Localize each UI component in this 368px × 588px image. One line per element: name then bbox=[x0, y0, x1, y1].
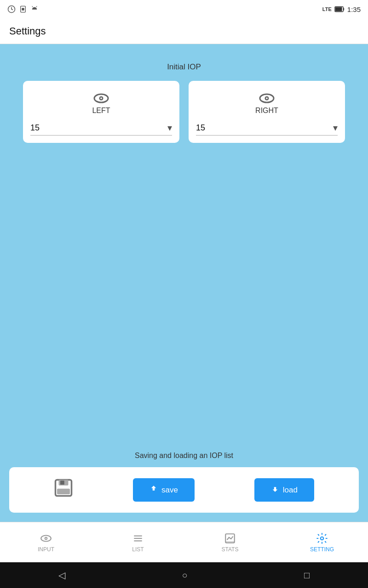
svg-rect-9 bbox=[335, 7, 342, 11]
input-nav-label: INPUT bbox=[38, 546, 54, 553]
app-bar: Settings bbox=[0, 18, 368, 44]
stats-nav-icon bbox=[224, 532, 236, 544]
svg-rect-18 bbox=[60, 481, 64, 485]
nav-item-stats[interactable]: STATS bbox=[184, 528, 276, 557]
list-nav-icon bbox=[132, 532, 144, 544]
setting-nav-label: SETTING bbox=[310, 546, 334, 553]
svg-rect-2 bbox=[22, 8, 24, 10]
svg-point-12 bbox=[100, 97, 102, 99]
status-bar: LTE 1:35 bbox=[0, 0, 368, 18]
svg-rect-19 bbox=[57, 489, 70, 494]
signal-icon: LTE bbox=[322, 6, 332, 12]
save-load-card: save load bbox=[9, 467, 359, 513]
svg-line-5 bbox=[32, 6, 33, 7]
main-content: Initial IOP LEFT 15 ▾ bbox=[0, 44, 368, 522]
save-button-label: save bbox=[161, 486, 178, 495]
battery-icon bbox=[334, 6, 345, 12]
svg-line-6 bbox=[36, 6, 37, 7]
recents-button[interactable]: □ bbox=[295, 565, 319, 585]
left-iop-card: LEFT 15 ▾ bbox=[23, 81, 179, 143]
svg-point-27 bbox=[321, 537, 324, 540]
svg-point-15 bbox=[266, 97, 268, 99]
time-display: 1:35 bbox=[347, 6, 361, 13]
left-eye-label: LEFT bbox=[92, 107, 110, 115]
left-dropdown-arrow: ▾ bbox=[167, 122, 172, 133]
status-left bbox=[7, 5, 319, 13]
save-upload-icon bbox=[150, 485, 158, 495]
floppy-disk-icon bbox=[54, 478, 73, 502]
nav-item-setting[interactable]: SETTING bbox=[276, 528, 368, 557]
right-iop-dropdown[interactable]: 15 ▾ bbox=[196, 119, 338, 136]
status-right: LTE 1:35 bbox=[322, 6, 361, 13]
bottom-nav: INPUT LIST STATS SETTING bbox=[0, 522, 368, 562]
save-button[interactable]: save bbox=[133, 478, 195, 502]
initial-iop-label: Initial IOP bbox=[167, 62, 201, 72]
save-load-label: Saving and loading an IOP list bbox=[135, 452, 233, 460]
circle-icon bbox=[7, 5, 16, 13]
right-iop-value: 15 bbox=[196, 123, 205, 133]
right-iop-card: RIGHT 15 ▾ bbox=[189, 81, 345, 143]
stats-nav-label: STATS bbox=[222, 546, 239, 553]
input-nav-icon bbox=[40, 532, 52, 544]
right-eye-label: RIGHT bbox=[255, 107, 278, 115]
save-load-section: Saving and loading an IOP list save bbox=[9, 452, 359, 513]
svg-rect-8 bbox=[343, 8, 344, 11]
svg-point-22 bbox=[46, 537, 47, 539]
load-button[interactable]: load bbox=[254, 478, 314, 502]
android-icon bbox=[30, 5, 39, 13]
android-nav-bar: ◁ ○ □ bbox=[0, 562, 368, 588]
page-title: Settings bbox=[9, 25, 46, 37]
nav-item-list[interactable]: LIST bbox=[92, 528, 184, 557]
load-download-icon bbox=[271, 485, 279, 495]
iop-cards: LEFT 15 ▾ RIGHT 15 ▾ bbox=[9, 81, 359, 143]
right-eye-icon-wrapper: RIGHT bbox=[196, 90, 338, 115]
load-button-label: load bbox=[283, 486, 298, 495]
right-dropdown-arrow: ▾ bbox=[333, 122, 338, 133]
back-button[interactable]: ◁ bbox=[49, 565, 75, 585]
sim-icon bbox=[19, 6, 27, 13]
left-iop-value: 15 bbox=[30, 123, 40, 133]
home-button[interactable]: ○ bbox=[172, 565, 196, 585]
left-eye-icon-wrapper: LEFT bbox=[30, 90, 172, 115]
right-eye-icon bbox=[259, 90, 275, 107]
nav-item-input[interactable]: INPUT bbox=[0, 528, 92, 557]
list-nav-label: LIST bbox=[132, 546, 144, 553]
left-iop-dropdown[interactable]: 15 ▾ bbox=[30, 119, 172, 136]
left-eye-icon bbox=[93, 90, 109, 107]
setting-nav-icon bbox=[316, 532, 328, 544]
